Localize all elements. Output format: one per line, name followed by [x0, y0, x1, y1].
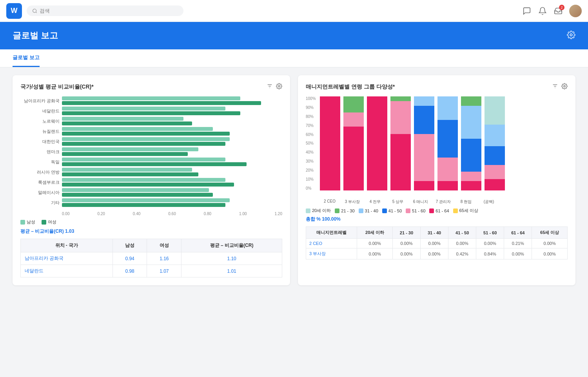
svg-point-10	[564, 85, 565, 87]
breadcrumb-bar: 글로벌 보고	[0, 49, 588, 67]
right-card: 매니지먼트레벨별 연령 그룹 다양성* 100%90%	[298, 75, 575, 285]
bar-row: 대한민국	[20, 137, 282, 146]
x-labels: 2 CEO3 부사장4 전무5 상무6 매니지7 관리자8 현업(공백)	[306, 199, 568, 205]
stacked-column	[390, 96, 411, 190]
avg-value: 1.03	[65, 228, 74, 234]
search-input[interactable]	[40, 8, 178, 14]
bar-row: 덴마크	[20, 147, 282, 156]
left-card-title: 국가/성별 평균 비교비율(CR)*	[20, 83, 282, 91]
chat-icon[interactable]	[522, 6, 532, 16]
bar-row: 노르웨이	[20, 117, 282, 125]
x-axis: 0.000.200.400.600.801.001.20	[20, 212, 282, 216]
left-data-table: 위치 - 국가 남성 여성 평균 – 비교비율(CR) 남아프리카 공화국 0.…	[20, 239, 282, 277]
bar-row: 러시아 연방	[20, 168, 282, 176]
bar-row: 룩셈부르크	[20, 178, 282, 187]
bell-icon[interactable]	[538, 6, 547, 16]
total-pct-value: 100.00%	[322, 216, 340, 222]
right-gear-icon[interactable]	[561, 83, 568, 91]
main-content: 국가/성별 평균 비교비율(CR)* 남아프리카 공화국네달란드노르웨이뉴질랜드…	[0, 67, 588, 293]
male-color	[20, 220, 25, 225]
left-card: 국가/성별 평균 비교비율(CR)* 남아프리카 공화국네달란드노르웨이뉴질랜드…	[13, 75, 290, 285]
stacked-column	[461, 96, 481, 190]
col-avg: 평균 – 비교비율(CR)	[181, 239, 282, 252]
right-card-icons	[552, 83, 568, 91]
search-icon	[32, 8, 37, 14]
bar-row: 남아프리카 공화국	[20, 96, 282, 105]
right-data-table: 매니지먼트레벨20세 이하21 - 3031 - 4041 - 5051 - 6…	[306, 227, 568, 259]
svg-point-0	[33, 9, 36, 13]
female-color	[42, 220, 46, 225]
right-chart-title: 매니지먼트레벨별 연령 그룹 다양성*	[306, 83, 552, 91]
bar-row: 독일	[20, 158, 282, 166]
user-avatar[interactable]	[569, 5, 582, 17]
col-country: 위치 - 국가	[21, 239, 113, 252]
stacked-column	[414, 96, 434, 190]
settings-icon[interactable]	[567, 31, 575, 41]
table-row: 네달란드 0.98 1.07 1.01	[21, 265, 282, 277]
stacked-column	[437, 96, 458, 190]
col-female: 여성	[147, 239, 181, 252]
stacked-column	[320, 96, 340, 190]
country-cell[interactable]: 남아프리카 공화국	[21, 252, 113, 265]
stacked-chart-area: 100%90%80%70%60%50%40%30%20%10%0%	[306, 96, 568, 198]
table-row: 2 CEO 0.00% 0.00% 0.00% 0.00% 0.00% 0.21…	[306, 239, 568, 248]
legend-male: 남성	[20, 219, 35, 225]
app-logo: W	[6, 3, 22, 19]
svg-point-6	[278, 85, 280, 87]
svg-point-2	[570, 34, 572, 36]
stacked-column	[343, 96, 364, 190]
bar-legend: 남성 여성	[20, 219, 282, 225]
top-nav: W 2	[0, 0, 588, 22]
total-pct: 총합 % 100.00%	[306, 216, 568, 223]
page-title: 글로벌 보고	[13, 30, 58, 42]
stacked-chart-wrap: 100%90%80%70%60%50%40%30%20%10%0% 2 CEO3…	[306, 96, 568, 205]
svg-line-1	[36, 12, 36, 13]
avg-line: 평균 – 비교비율(CR) 1.03	[20, 228, 282, 235]
level-cell[interactable]: 3 부사장	[306, 248, 357, 259]
inbox-icon[interactable]: 2	[554, 6, 563, 16]
stacked-legend: 20세 이하 21 - 30 31 - 40 41 - 50 51 - 60 6…	[306, 208, 568, 214]
level-cell[interactable]: 2 CEO	[306, 239, 357, 248]
left-chart-title: 국가/성별 평균 비교비율(CR)*	[20, 83, 267, 91]
page-header: 글로벌 보고	[0, 22, 588, 49]
table-row: 남아프리카 공화국 0.94 1.16 1.10	[21, 252, 282, 265]
nav-right: 2	[522, 5, 582, 17]
inbox-badge: 2	[559, 5, 564, 10]
table-row: 3 부사장 0.00% 0.00% 0.00% 0.42% 0.84% 0.00…	[306, 248, 568, 259]
right-card-title: 매니지먼트레벨별 연령 그룹 다양성*	[306, 83, 568, 91]
stacked-column	[485, 96, 505, 190]
search-bar[interactable]	[27, 5, 183, 16]
y-axis: 100%90%80%70%60%50%40%30%20%10%0%	[306, 96, 316, 190]
left-filter-icon[interactable]	[267, 83, 273, 91]
bar-row: 뉴질랜드	[20, 127, 282, 136]
stacked-column	[367, 96, 387, 190]
right-filter-icon[interactable]	[552, 83, 558, 91]
col-male: 남성	[113, 239, 147, 252]
bar-row: 말레이시아	[20, 188, 282, 197]
legend-female: 여성	[42, 219, 56, 225]
bar-chart: 남아프리카 공화국네달란드노르웨이뉴질랜드대한민국덴마크독일러시아 연방룩셈부르…	[20, 96, 282, 207]
left-gear-icon[interactable]	[276, 83, 282, 91]
country-cell[interactable]: 네달란드	[21, 265, 113, 277]
breadcrumb-tab[interactable]: 글로벌 보고	[13, 49, 40, 67]
left-card-icons	[267, 83, 282, 91]
bar-row: 네달란드	[20, 107, 282, 115]
bar-row: 기타	[20, 198, 282, 207]
